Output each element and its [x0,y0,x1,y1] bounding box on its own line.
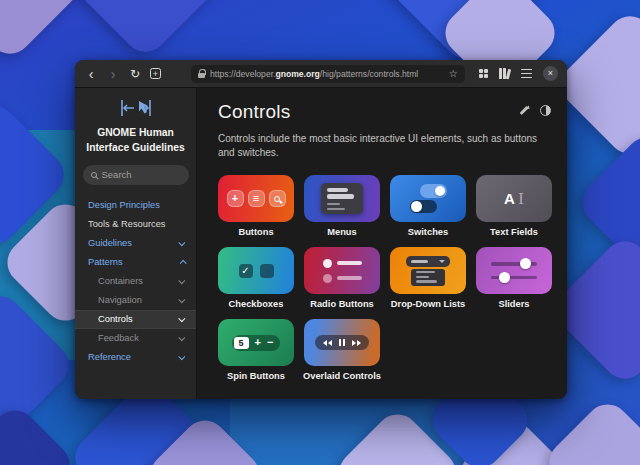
sidebar-item-containers[interactable]: Containers [75,272,196,291]
wallpaper-shape [0,0,88,63]
tile-text-fields-card[interactable]: AI [476,175,552,222]
nav-label: Feedback [98,333,139,343]
tile-radio-buttons-card[interactable] [304,247,380,294]
media-controls-icon [315,335,369,350]
forward-button[interactable]: › [106,66,120,82]
tile-switches: Switches [390,175,466,237]
hig-logo-icon [118,97,154,119]
nav-label: Controls [98,314,133,324]
plus-button-icon: + [227,190,244,207]
nav-label: Guidelines [88,238,132,248]
tile-label: Switches [408,227,448,237]
main-content: Controls Controls include the most basic… [197,88,567,399]
tile-label: Menus [327,227,356,237]
search-button-icon [269,190,286,207]
nav-label: Navigation [98,295,142,305]
wallpaper-shape [64,0,227,61]
back-button[interactable]: ‹ [84,66,98,82]
tile-spin-buttons: 5 + − Spin Buttons [218,319,294,381]
wallpaper-shape [540,395,640,465]
chevron-down-icon [178,315,185,322]
nav-label: Patterns [88,257,123,267]
spin-button-icon: 5 + − [232,335,281,351]
radio-buttons-icon [323,259,362,283]
wallpaper-shape [0,401,79,465]
tile-label: Drop-Down Lists [391,299,465,309]
url-prefix: https://developer. [210,69,275,79]
switches-icon [410,184,447,213]
tile-label: Sliders [498,299,529,309]
chevron-down-icon [178,296,185,303]
sidebar-item-controls[interactable]: Controls [75,310,196,329]
tile-checkboxes-card[interactable]: ✓ [218,247,294,294]
sidebar-item-tools-resources[interactable]: Tools & Resources [75,215,196,234]
window-close-button[interactable]: × [543,66,558,81]
tile-radio-buttons: Radio Buttons [304,247,380,309]
reload-button[interactable]: ↻ [128,66,142,82]
sidebar: GNOME Human Interface Guidelines Design … [75,88,197,399]
search-icon [91,172,97,178]
page-title: Controls [218,101,290,123]
tile-buttons: + ≡ Buttons [218,175,294,237]
tile-text-fields: AI Text Fields [476,175,552,237]
url-text: https://developer.gnome.org/hig/patterns… [210,69,444,79]
sidebar-item-guidelines[interactable]: Guidelines [75,234,196,253]
tile-overlaid-controls: Overlaid Controls [304,319,380,381]
nav-label: Tools & Resources [88,219,166,229]
tile-sliders: Sliders [476,247,552,309]
nav-label: Containers [98,276,143,286]
tile-label: Overlaid Controls [303,371,381,381]
sidebar-item-patterns[interactable]: Patterns [75,253,196,272]
library-icon[interactable] [499,68,510,79]
menu-hamburger-icon[interactable] [521,69,532,78]
nav-label: Design Principles [88,200,160,210]
chevron-down-icon [178,239,185,246]
tile-overlaid-controls-card[interactable] [304,319,380,366]
lock-icon [198,73,205,78]
browser-toolbar: ‹ › ↻ + https://developer.gnome.org/hig/… [75,60,567,88]
tile-spin-buttons-card[interactable]: 5 + − [218,319,294,366]
bookmark-star-icon[interactable]: ☆ [449,68,458,79]
tile-drop-down-lists-card[interactable] [390,247,466,294]
menu-popover-icon [321,183,363,214]
tile-sliders-card[interactable] [476,247,552,294]
tile-label: Radio Buttons [310,299,374,309]
sidebar-item-navigation[interactable]: Navigation [75,291,196,310]
url-bar[interactable]: https://developer.gnome.org/hig/patterns… [191,65,465,83]
edit-pencil-icon[interactable] [518,104,530,116]
nav-label: Reference [88,352,131,362]
tile-buttons-card[interactable]: + ≡ [218,175,294,222]
checkboxes-icon: ✓ [239,264,274,278]
chevron-down-icon [178,353,185,360]
tile-checkboxes: ✓ Checkboxes [218,247,294,309]
sliders-icon [491,262,537,279]
url-path: /hig/patterns/controls.html [320,69,418,79]
url-domain: gnome.org [275,69,319,79]
theme-contrast-icon[interactable] [540,105,551,116]
tile-drop-down-lists: Drop-Down Lists [390,247,466,309]
sidebar-item-reference[interactable]: Reference [75,348,196,367]
tile-grid: + ≡ Buttons Menus [218,175,551,381]
sidebar-item-feedback[interactable]: Feedback [75,329,196,348]
tile-label: Checkboxes [229,299,284,309]
search-box[interactable] [83,165,189,185]
hamburger-button-icon: ≡ [248,190,265,207]
desktop: ‹ › ↻ + https://developer.gnome.org/hig/… [0,0,640,465]
tile-label: Buttons [238,227,273,237]
drop-down-icon [406,256,450,286]
tile-switches-card[interactable] [390,175,466,222]
search-input[interactable] [102,169,172,180]
text-field-icon: AI [504,190,524,208]
tile-menus-card[interactable] [304,175,380,222]
page-description: Controls include the most basic interact… [218,132,554,160]
tile-label: Text Fields [490,227,538,237]
chevron-up-icon [180,260,187,267]
apps-grid-icon[interactable] [479,69,489,79]
sidebar-title: GNOME Human Interface Guidelines [82,126,190,156]
new-tab-button[interactable]: + [150,68,161,79]
toolbar-right-icons: × [479,66,558,81]
sidebar-item-design-principles[interactable]: Design Principles [75,196,196,215]
sidebar-nav: Design Principles Tools & Resources Guid… [75,196,196,367]
chevron-down-icon [178,334,185,341]
tile-label: Spin Buttons [227,371,285,381]
